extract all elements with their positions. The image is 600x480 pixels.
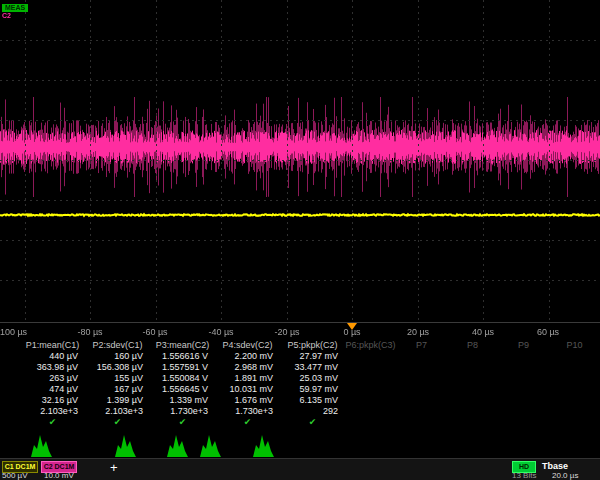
measure-value-cell: 167 µV — [85, 384, 150, 395]
oscilloscope-screen: MEAS C2 -100 µs-80 µs-60 µs-40 µs-20 µs0… — [0, 0, 600, 480]
histicon-row — [0, 431, 600, 458]
time-axis-label: -80 µs — [77, 327, 102, 337]
grid-line-vertical — [156, 0, 157, 322]
adc-bits-label: 13 Bits — [512, 471, 536, 480]
measure-value-cell — [396, 373, 447, 384]
time-axis-label: -20 µs — [274, 327, 299, 337]
measure-param-header[interactable]: P2:sdev(C1) — [85, 340, 150, 351]
histogram-icon — [252, 432, 276, 458]
measure-status-check: ✔ — [20, 417, 85, 428]
measure-column: P4:sdev(C2)2.200 mV2.968 mV1.891 mV10.03… — [215, 340, 280, 428]
measure-value-cell — [396, 395, 447, 406]
measure-value-cell: 263 µV — [20, 373, 85, 384]
time-axis-label: -100 µs — [0, 327, 27, 337]
measure-param-header[interactable]: P6:pkpk(C3) — [345, 340, 396, 351]
measure-column: P7 — [396, 340, 447, 428]
measure-value-cell: 155 µV — [85, 373, 150, 384]
measure-value-cell — [498, 395, 549, 406]
measure-param-header[interactable]: P3:mean(C2) — [150, 340, 215, 351]
measure-value-cell — [498, 406, 549, 417]
measure-value-cell: 440 µV — [20, 351, 85, 362]
measure-status-check: ✔ — [280, 417, 345, 428]
measure-column: P6:pkpk(C3) — [345, 340, 396, 428]
measure-status-check — [498, 417, 549, 428]
measure-value-cell — [447, 395, 498, 406]
measure-value-cell: 25.03 mV — [280, 373, 345, 384]
c1-label: C1 — [5, 463, 14, 470]
measure-param-header[interactable]: P9 — [498, 340, 549, 351]
measure-value-cell: 1.730e+3 — [150, 406, 215, 417]
measure-value-cell — [498, 373, 549, 384]
measure-value-cell — [447, 362, 498, 373]
grid-line-horizontal — [0, 120, 600, 121]
measure-param-header[interactable]: P1:mean(C1) — [20, 340, 85, 351]
measure-value-cell — [549, 395, 600, 406]
measure-value-cell: 2.103e+3 — [85, 406, 150, 417]
time-axis-label: -60 µs — [142, 327, 167, 337]
time-axis-label: 40 µs — [472, 327, 494, 337]
measure-value-cell: 2.103e+3 — [20, 406, 85, 417]
bottom-bar: C1 DC1M C2 DC1M 500 µV 10.0 mV + HD Tbas… — [0, 458, 600, 480]
histogram-icon — [114, 432, 138, 458]
measure-table: P1:mean(C1)440 µV363.98 µV263 µV474 µV32… — [20, 340, 600, 428]
grid-line-vertical — [418, 0, 419, 322]
measure-value-cell — [447, 406, 498, 417]
measure-status-check: ✔ — [85, 417, 150, 428]
measure-value-cell — [345, 406, 396, 417]
measure-status-check — [345, 417, 396, 428]
c2-trace-label: C2 — [2, 12, 28, 20]
measure-param-header[interactable]: P10 — [549, 340, 600, 351]
measure-column: P1:mean(C1)440 µV363.98 µV263 µV474 µV32… — [20, 340, 85, 428]
measure-value-cell — [549, 384, 600, 395]
grid-line-horizontal — [0, 40, 600, 41]
measure-value-cell: 1.891 mV — [215, 373, 280, 384]
measure-status-label: MEAS — [2, 4, 28, 12]
grid-line-horizontal — [0, 240, 600, 241]
tbase-label[interactable]: Tbase — [542, 461, 568, 471]
measure-value-cell: 1.556616 V — [150, 351, 215, 362]
measure-value-cell — [396, 406, 447, 417]
tbase-value[interactable]: 20.0 µs — [552, 471, 578, 480]
add-trace-button[interactable]: + — [110, 460, 118, 475]
measure-status-check — [447, 417, 498, 428]
measure-column: P5:pkpk(C2)27.97 mV33.477 mV25.03 mV59.9… — [280, 340, 345, 428]
measure-value-cell — [447, 351, 498, 362]
measure-value-cell: 1.550084 V — [150, 373, 215, 384]
measure-param-header[interactable]: P7 — [396, 340, 447, 351]
measure-column: P8 — [447, 340, 498, 428]
grid-line-horizontal — [0, 160, 600, 161]
histogram-icon — [199, 432, 223, 458]
grid-line-vertical — [25, 0, 26, 322]
measure-value-cell — [498, 362, 549, 373]
measure-value-cell: 2.200 mV — [215, 351, 280, 362]
measure-value-cell: 156.308 µV — [85, 362, 150, 373]
measure-value-cell — [549, 373, 600, 384]
c2-label: C2 — [44, 463, 53, 470]
grid-line-vertical — [90, 0, 91, 322]
measure-value-cell: 292 — [280, 406, 345, 417]
measure-value-cell — [447, 384, 498, 395]
measure-value-cell: 2.968 mV — [215, 362, 280, 373]
grid-line-vertical — [352, 0, 353, 322]
measure-param-header[interactable]: P5:pkpk(C2) — [280, 340, 345, 351]
measure-value-cell: 10.031 mV — [215, 384, 280, 395]
time-axis: -100 µs-80 µs-60 µs-40 µs-20 µs0 µs20 µs… — [0, 322, 600, 340]
measure-value-cell — [345, 395, 396, 406]
measure-value-cell — [549, 362, 600, 373]
measure-value-cell — [549, 351, 600, 362]
measure-value-cell — [396, 351, 447, 362]
grid-line-horizontal — [0, 200, 600, 201]
measure-value-cell: 1.730e+3 — [215, 406, 280, 417]
c1-scale: 500 µV — [2, 471, 28, 480]
measure-value-cell: 160 µV — [85, 351, 150, 362]
grid-line-horizontal — [0, 280, 600, 281]
measure-value-cell — [549, 406, 600, 417]
measure-param-header[interactable]: P4:sdev(C2) — [215, 340, 280, 351]
measure-value-cell: 1.557591 V — [150, 362, 215, 373]
status-labels: MEAS C2 — [2, 1, 28, 20]
c1-coupling: DC1M — [16, 463, 36, 470]
measure-column: P3:mean(C2)1.556616 V1.557591 V1.550084 … — [150, 340, 215, 428]
measure-status-check: ✔ — [150, 417, 215, 428]
measure-param-header[interactable]: P8 — [447, 340, 498, 351]
measure-value-cell — [498, 384, 549, 395]
